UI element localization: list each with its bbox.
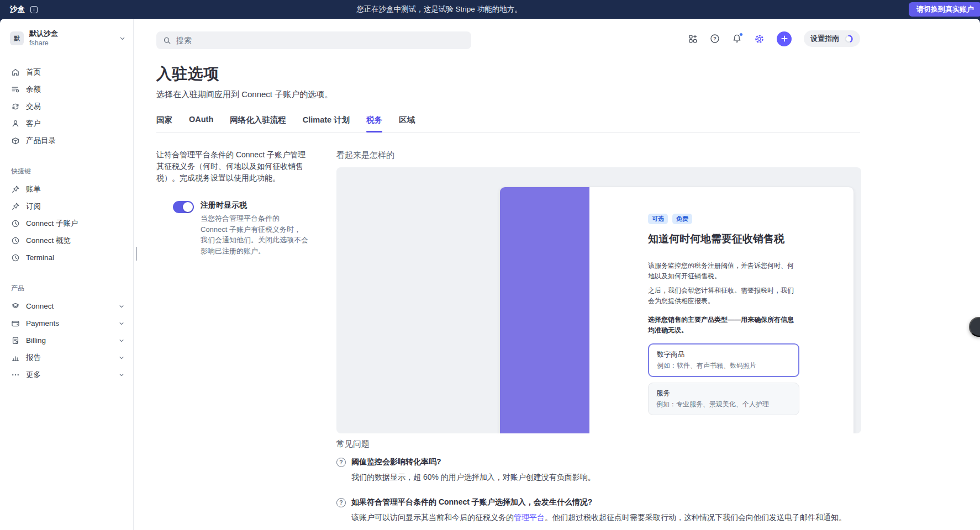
preview-heading: 看起来是怎样的 — [336, 148, 861, 161]
help-icon[interactable]: ? — [710, 34, 720, 44]
balance-icon — [11, 85, 20, 94]
notification-dot — [739, 33, 743, 36]
tab-climate[interactable]: Climate 计划 — [303, 115, 350, 132]
tab-hosted-onboarding[interactable]: 网络化入驻流程 — [230, 115, 286, 132]
sidebar-item-transactions[interactable]: 交易 — [8, 98, 128, 115]
sidebar-item-subscriptions[interactable]: 订阅 — [8, 198, 128, 215]
sidebar-item-more[interactable]: 更多 — [8, 366, 128, 383]
chevron-down-icon — [119, 321, 124, 326]
tab-bar: 国家 OAuth 网络化入驻流程 Climate 计划 税务 区域 — [156, 115, 860, 132]
pin-icon — [11, 202, 20, 211]
chevron-down-icon — [119, 338, 124, 343]
sidebar-item-home[interactable]: 首页 — [8, 63, 128, 81]
customers-icon — [11, 119, 20, 128]
invoice-icon — [11, 336, 20, 345]
tab-tax[interactable]: 税务 — [366, 115, 382, 132]
pin-icon — [11, 185, 20, 194]
faq-heading: 常见问题 — [336, 439, 861, 449]
clock-icon — [11, 253, 20, 262]
products-header: 产品 — [11, 284, 128, 293]
layers-icon — [11, 302, 20, 311]
sidebar-item-connect-overview[interactable]: Connect 概览 — [8, 232, 128, 249]
toggle-row: 注册时显示税 当您符合管理平台条件的 Connect 子账户有征税义务时，我们会… — [173, 200, 308, 256]
sidebar-item-terminal[interactable]: Terminal — [8, 249, 128, 266]
preview-frame: 可选 免费 知道何时何地需要征收销售税 该服务监控您的税务注册阈值，并告诉您何时… — [336, 167, 861, 433]
more-icon — [11, 370, 20, 379]
shortcuts-header: 快捷键 — [11, 167, 128, 176]
setup-guide-button[interactable]: 设置指南 — [804, 30, 860, 47]
app-window: 默 默认沙盒 fshare 首页 余额 交易 — [0, 19, 980, 530]
illustration-panel — [500, 187, 589, 433]
chevron-down-icon — [119, 355, 124, 361]
tab-countries[interactable]: 国家 — [156, 115, 172, 132]
settings-gear-icon[interactable] — [754, 34, 765, 44]
faq-answer: 我们的数据显示，超 60% 的用户选择加入，对账户创建没有负面影响。 — [336, 471, 861, 483]
wallet-icon — [11, 319, 20, 328]
option-services: 服务 例如：专业服务、景观美化、个人护理 — [648, 383, 799, 415]
page-title: 入驻选项 — [156, 63, 980, 84]
preview-column: 看起来是怎样的 可选 免费 知道何时何地需要征收销售税 该服务监控您的税务注册阈… — [319, 148, 861, 523]
sidebar-item-reports[interactable]: 报告 — [8, 349, 128, 366]
sandbox-message: 您正在沙盒中测试，这是试验 Stripe 功能的地方。 — [0, 0, 878, 19]
account-name: 默认沙盒 — [29, 29, 58, 39]
search-icon — [163, 36, 171, 45]
question-circle-icon: ? — [336, 498, 346, 507]
account-subtitle: fshare — [29, 39, 58, 47]
search-input[interactable] — [176, 36, 465, 45]
chevron-down-icon — [119, 35, 125, 41]
free-badge: 免费 — [672, 214, 692, 224]
preview-card-paragraph: 该服务监控您的税务注册阈值，并告诉您何时、何地以及如何开征销售税。 — [648, 261, 799, 281]
toggle-label: 注册时显示税 — [201, 200, 308, 210]
product-catalog-icon — [11, 136, 20, 145]
clock-icon — [11, 236, 20, 245]
settings-column: 让符合管理平台条件的 Connect 子账户管理其征税义务（何时、何地以及如何征… — [156, 148, 319, 523]
search-bar[interactable] — [156, 31, 471, 49]
reports-icon — [11, 353, 20, 362]
notifications-bell-icon[interactable] — [732, 34, 742, 44]
tax-preview-card: 可选 免费 知道何时何地需要征收销售税 该服务监控您的税务注册阈值，并告诉您何时… — [499, 187, 854, 433]
tax-settings-section: 让符合管理平台条件的 Connect 子账户管理其征税义务（何时、何地以及如何征… — [156, 148, 860, 523]
faq-question: 如果符合管理平台条件的 Connect 子账户选择加入，会发生什么情况? — [351, 497, 592, 507]
faq-section: 常见问题 ? 阈值监控会影响转化率吗? 我们的数据显示，超 60% 的用户选择加… — [336, 439, 861, 523]
option-digital-goods: 数字商品 例如：软件、有声书籍、数码照片 — [648, 343, 799, 377]
svg-text:?: ? — [713, 35, 716, 41]
show-tax-toggle[interactable] — [173, 201, 194, 213]
sidebar-item-payments[interactable]: Payments — [8, 315, 128, 332]
sidebar-item-product-catalog[interactable]: 产品目录 — [8, 132, 128, 149]
header-actions: ? 设置指南 — [688, 30, 860, 47]
main-content: ? 设置指南 入驻选项 选择在入驻期间应用到 Connect 子账户的选项。 — [134, 19, 980, 530]
question-circle-icon: ? — [336, 458, 346, 467]
faq-question: 阈值监控会影响转化率吗? — [351, 457, 441, 467]
sidebar-nav: 首页 余额 交易 客户 产品目录 快捷键 账单 — [8, 63, 128, 383]
tab-oauth[interactable]: OAuth — [189, 115, 213, 132]
account-switcher[interactable]: 默 默认沙盒 fshare — [8, 26, 128, 50]
chevron-down-icon — [119, 304, 124, 309]
sidebar-item-connect-accounts[interactable]: Connect 子账户 — [8, 215, 128, 232]
sidebar-item-balances[interactable]: 余额 — [8, 81, 128, 98]
settings-description: 让符合管理平台条件的 Connect 子账户管理其征税义务（何时、何地以及如何征… — [156, 148, 308, 184]
preview-card-paragraph: 之后，我们会帮您计算和征收。需要报税时，我们会为您提供相应报表。 — [648, 285, 799, 306]
sidebar-item-billing[interactable]: Billing — [8, 332, 128, 349]
sidebar-item-connect[interactable]: Connect — [8, 298, 128, 315]
apps-grid-icon[interactable] — [688, 34, 698, 44]
page-subtitle: 选择在入驻期间应用到 Connect 子账户的选项。 — [156, 89, 980, 100]
faq-item: ? 如果符合管理平台条件的 Connect 子账户选择加入，会发生什么情况? 该… — [336, 497, 861, 523]
home-icon — [11, 68, 20, 77]
faq-answer: 该账户可以访问显示其当前和今后的征税义务的管理平台。他们超过税收起征点时需要采取… — [336, 512, 861, 523]
avatar: 默 — [10, 31, 24, 45]
chevron-down-icon — [119, 372, 124, 378]
sidebar-item-invoices[interactable]: 账单 — [8, 181, 128, 198]
progress-ring-icon — [844, 34, 853, 44]
transactions-icon — [11, 102, 20, 111]
faq-item: ? 阈值监控会影响转化率吗? 我们的数据显示，超 60% 的用户选择加入，对账户… — [336, 457, 861, 483]
sidebar: 默 默认沙盒 fshare 首页 余额 交易 — [0, 19, 134, 530]
management-platform-link[interactable]: 管理平台 — [514, 513, 545, 522]
switch-to-live-button[interactable]: 请切换到真实账户 — [909, 2, 980, 17]
create-plus-button[interactable] — [777, 31, 792, 46]
sandbox-topbar: 沙盒 您正在沙盒中测试，这是试验 Stripe 功能的地方。 请切换到真实账户 — [0, 0, 980, 19]
clock-icon — [11, 219, 20, 228]
tab-regions[interactable]: 区域 — [399, 115, 415, 132]
sidebar-item-customers[interactable]: 客户 — [8, 115, 128, 132]
toggle-description: 当您符合管理平台条件的 Connect 子账户有征税义务时，我们会通知他们。关闭… — [201, 213, 308, 256]
preview-card-title: 知道何时何地需要征收销售税 — [648, 232, 799, 246]
